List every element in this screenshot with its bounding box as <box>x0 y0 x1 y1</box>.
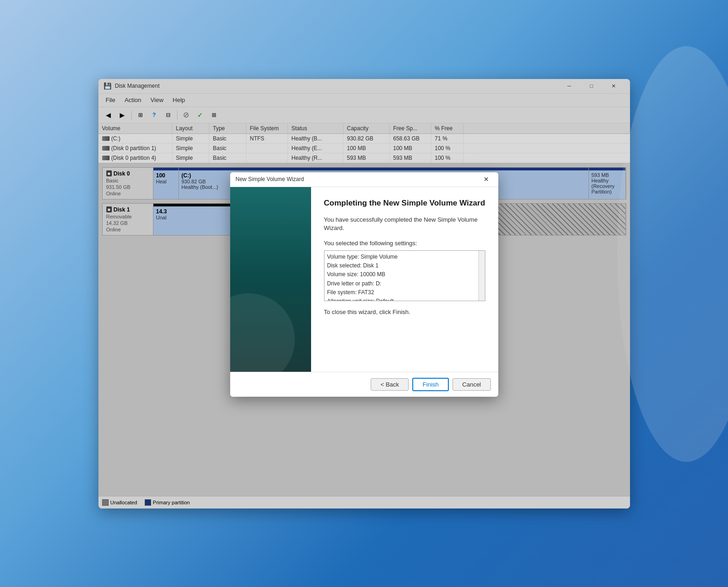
app-window: 💾 Disk Management ─ □ ✕ File Action View… <box>98 79 630 508</box>
finish-button[interactable]: Finish <box>412 378 449 391</box>
wizard-settings-box[interactable]: Volume type: Simple VolumeDisk selected:… <box>324 250 485 301</box>
wizard-finish-text: To close this wizard, click Finish. <box>324 309 485 315</box>
wizard-heading: Completing the New Simple Volume Wizard <box>324 198 485 208</box>
wizard-sidebar <box>230 187 311 372</box>
wizard-footer: < Back Finish Cancel <box>230 372 498 397</box>
settings-scrollbar[interactable] <box>478 251 485 301</box>
settings-line: Allocation unit size: Default <box>327 297 477 301</box>
settings-line: Volume type: Simple Volume <box>327 253 477 261</box>
modal-overlay: New Simple Volume Wizard ✕ Completing th… <box>98 79 630 508</box>
settings-line: Disk selected: Disk 1 <box>327 261 477 270</box>
wizard-title: New Simple Volume Wizard <box>236 176 480 182</box>
wizard-main: Completing the New Simple Volume Wizard … <box>311 187 498 372</box>
wizard-title-bar: New Simple Volume Wizard ✕ <box>230 172 498 187</box>
wizard-settings-label: You selected the following settings: <box>324 240 485 247</box>
wizard-desc: You have successfully completed the New … <box>324 216 485 232</box>
wizard-dialog: New Simple Volume Wizard ✕ Completing th… <box>230 172 498 397</box>
back-button[interactable]: < Back <box>371 378 409 391</box>
settings-line: Drive letter or path: D: <box>327 279 477 288</box>
settings-line: File system: FAT32 <box>327 288 477 297</box>
cancel-button[interactable]: Cancel <box>453 378 490 391</box>
wizard-body: Completing the New Simple Volume Wizard … <box>230 187 498 372</box>
settings-line: Volume size: 10000 MB <box>327 270 477 279</box>
wizard-close-button[interactable]: ✕ <box>480 173 493 186</box>
